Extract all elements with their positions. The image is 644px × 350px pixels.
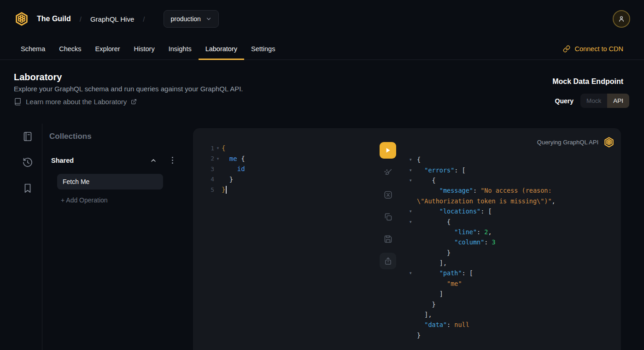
code-token: : bbox=[484, 238, 492, 246]
response-line: "message": "No access (reason: bbox=[410, 185, 556, 196]
tab-schema[interactable]: Schema bbox=[14, 38, 52, 59]
tab-insights[interactable]: Insights bbox=[162, 38, 199, 59]
learn-more-link[interactable]: Learn more about the Laboratory bbox=[14, 98, 137, 106]
response-line: ▾ "path": [ bbox=[410, 268, 556, 278]
line-number: 2 bbox=[208, 155, 214, 162]
query-line: 4 } bbox=[208, 174, 245, 185]
code-token bbox=[417, 269, 439, 277]
target-selector-value: production bbox=[170, 15, 200, 23]
save-icon[interactable] bbox=[380, 231, 396, 247]
breadcrumb-separator: / bbox=[80, 15, 82, 23]
code-token: } bbox=[417, 332, 421, 339]
response-line: "line": 2, bbox=[410, 227, 556, 237]
response-line: "data": null bbox=[410, 320, 556, 330]
code-token: } bbox=[222, 186, 225, 193]
toggle-option-api[interactable]: API bbox=[607, 94, 629, 108]
share-icon[interactable] bbox=[380, 253, 396, 269]
fold-arrow-icon[interactable]: ▾ bbox=[410, 157, 417, 162]
copy-icon[interactable] bbox=[380, 208, 396, 225]
endpoint-toggle-row: Query Mock API bbox=[555, 94, 630, 108]
tab-settings[interactable]: Settings bbox=[244, 38, 282, 59]
code-token: : [ bbox=[454, 166, 465, 174]
code-token: ] bbox=[417, 290, 443, 297]
tab-laboratory[interactable]: Laboratory bbox=[199, 38, 244, 59]
text-cursor bbox=[226, 186, 227, 194]
code-token bbox=[222, 176, 229, 183]
breadcrumb-org[interactable]: The Guild bbox=[37, 15, 71, 23]
code-token: "locations" bbox=[439, 208, 480, 215]
fold-arrow-icon[interactable]: ▾ bbox=[410, 219, 417, 224]
code-line: { bbox=[417, 218, 451, 225]
kebab-menu-icon[interactable] bbox=[171, 156, 174, 165]
code-token bbox=[417, 208, 439, 215]
code-token bbox=[417, 228, 454, 236]
toggle-option-mock[interactable]: Mock bbox=[580, 94, 607, 108]
response-line: ▾{ bbox=[410, 154, 556, 165]
response-line: ▾ "locations": [ bbox=[410, 206, 556, 216]
code-token: } bbox=[229, 176, 233, 183]
chevron-up-icon[interactable] bbox=[150, 157, 157, 164]
merge-fragments-icon[interactable] bbox=[380, 186, 396, 203]
code-token: id bbox=[237, 165, 245, 172]
code-token: me bbox=[229, 155, 237, 162]
operation-item[interactable]: Fetch Me bbox=[57, 174, 163, 190]
code-token: 3 bbox=[492, 238, 496, 246]
code-line: "errors": [ bbox=[417, 166, 466, 174]
left-icon-rail bbox=[22, 131, 33, 194]
response-line: ▾ { bbox=[410, 175, 556, 185]
connect-to-cdn-link[interactable]: Connect to CDN bbox=[563, 38, 623, 59]
code-token: "data" bbox=[424, 321, 447, 328]
fold-arrow-icon[interactable]: ▾ bbox=[410, 271, 417, 275]
target-selector[interactable]: production bbox=[164, 10, 218, 28]
prettify-icon[interactable] bbox=[380, 164, 396, 181]
code-token: \"Authorization token is missing\")" bbox=[417, 197, 552, 205]
tab-history[interactable]: History bbox=[127, 38, 162, 59]
bookmark-icon[interactable] bbox=[22, 183, 33, 194]
response-viewer: ▾{▾ "errors": [▾ { "message": "No access… bbox=[410, 154, 556, 340]
code-token: null bbox=[454, 321, 469, 328]
code-token: "line" bbox=[454, 228, 477, 236]
breadcrumb-separator: / bbox=[143, 15, 145, 23]
collection-group-row: Shared bbox=[51, 156, 174, 165]
response-status: Querying GraphQL API bbox=[537, 139, 598, 146]
code-token: ], bbox=[417, 311, 432, 318]
mock-api-toggle: Mock API bbox=[580, 94, 629, 108]
fold-arrow-icon[interactable]: ▾ bbox=[410, 168, 417, 172]
tab-checks[interactable]: Checks bbox=[52, 38, 88, 59]
line-number: 3 bbox=[208, 166, 214, 172]
line-number: 5 bbox=[208, 186, 214, 193]
code-line: me { bbox=[222, 155, 245, 162]
code-line: { bbox=[417, 156, 421, 163]
fold-arrow-icon[interactable]: ▾ bbox=[214, 156, 222, 161]
fold-arrow-icon[interactable]: ▾ bbox=[214, 146, 222, 150]
add-operation-button[interactable]: + Add Operation bbox=[61, 196, 108, 204]
collection-group-label[interactable]: Shared bbox=[51, 157, 74, 164]
code-token: { bbox=[222, 144, 225, 152]
learn-more-label: Learn more about the Laboratory bbox=[26, 98, 127, 106]
user-avatar[interactable] bbox=[613, 10, 630, 28]
fold-arrow-icon[interactable]: ▾ bbox=[410, 178, 417, 183]
line-number: 1 bbox=[208, 145, 214, 152]
code-token: "message" bbox=[439, 187, 473, 194]
code-token: : bbox=[447, 321, 454, 328]
response-line: ], bbox=[410, 258, 556, 268]
page-subtitle: Explore your GraphQL schema and run quer… bbox=[14, 85, 243, 93]
code-token bbox=[417, 321, 424, 328]
page-title: Laboratory bbox=[14, 72, 62, 83]
code-token: : [ bbox=[462, 269, 473, 277]
code-token: } bbox=[417, 249, 451, 256]
query-editor[interactable]: 1▾{2▾ me {3 id4 }5} bbox=[208, 143, 245, 195]
code-line: ] bbox=[417, 290, 443, 297]
hive-logo-icon[interactable] bbox=[14, 10, 30, 28]
fold-arrow-icon[interactable]: ▾ bbox=[410, 209, 417, 214]
history-icon[interactable] bbox=[22, 157, 33, 168]
code-token: "me" bbox=[447, 280, 462, 287]
execute-button[interactable] bbox=[380, 142, 396, 159]
endpoint-query-label: Query bbox=[555, 97, 574, 105]
breadcrumb-project[interactable]: GraphQL Hive bbox=[90, 15, 134, 23]
docs-icon[interactable] bbox=[22, 131, 33, 142]
editor-toolbar bbox=[380, 142, 396, 269]
hive-api-icon bbox=[603, 136, 615, 148]
response-line: \"Authorization token is missing\")", bbox=[410, 196, 556, 206]
tab-explorer[interactable]: Explorer bbox=[88, 38, 127, 59]
